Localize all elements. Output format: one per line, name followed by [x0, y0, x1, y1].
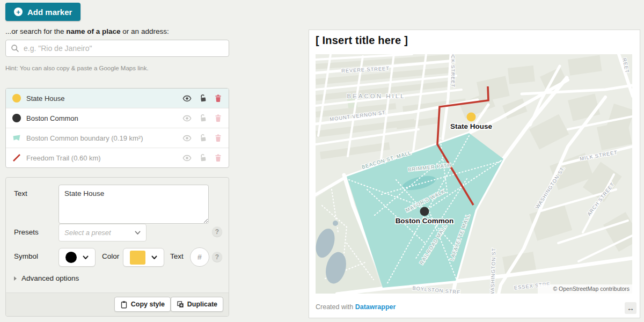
- resize-handle[interactable]: ↔: [625, 302, 636, 314]
- marker-text-input[interactable]: State House: [58, 185, 209, 224]
- marker-list-item[interactable]: Boston Common boundary (0.19 km²): [6, 128, 229, 148]
- symbol-label: Symbol: [14, 252, 38, 260]
- color-dropdown[interactable]: [123, 248, 164, 267]
- add-marker-button[interactable]: + Add marker: [5, 3, 80, 21]
- visibility-eye-icon[interactable]: [182, 153, 192, 163]
- street-label: BEACON HILL: [347, 93, 405, 99]
- marker-symbol-swatch: [12, 114, 21, 122]
- map-marker-label: Boston Common: [396, 217, 454, 225]
- area-marker-icon: [12, 134, 21, 142]
- map-canvas[interactable]: REVERE STREETBEACON HILLMOUNT VERNON ST.…: [316, 54, 632, 294]
- delete-trash-icon[interactable]: [214, 114, 222, 122]
- chevron-down-icon: [83, 255, 89, 260]
- search-intro-text: ...or search for the name of a place or …: [5, 27, 169, 35]
- marker-list-item[interactable]: Boston Common: [6, 108, 229, 128]
- marker-list-item-label: Freedom Trail (0.60 km): [26, 154, 101, 162]
- marker-list-item-label: Boston Common boundary (0.19 km²): [26, 134, 143, 142]
- search-input[interactable]: [23, 43, 229, 53]
- chevron-down-icon: [151, 255, 157, 260]
- marker-list-item-label: Boston Common: [26, 114, 78, 122]
- advanced-options-toggle[interactable]: Advanced options: [14, 274, 79, 282]
- copy-style-button[interactable]: Copy style: [114, 297, 171, 312]
- duplicate-button[interactable]: Duplicate: [171, 297, 223, 312]
- osm-attribution[interactable]: © OpenStreetMap contributors: [553, 286, 630, 292]
- map-marker-label: State House: [450, 122, 493, 130]
- marker-row-actions: [182, 114, 222, 123]
- text-symbol-label: Text: [170, 252, 184, 260]
- marker-list-item[interactable]: State House: [6, 89, 229, 108]
- datawrapper-link[interactable]: Datawrapper: [355, 303, 396, 311]
- line-marker-icon: [12, 153, 21, 162]
- delete-trash-icon[interactable]: [214, 134, 222, 142]
- marker-row-actions: [182, 94, 222, 103]
- street-label: OCK STREET: [450, 54, 456, 87]
- marker-row-actions: [182, 134, 222, 143]
- text-symbol-button[interactable]: #: [190, 247, 209, 267]
- marker-editor-panel: Text State House Presets Select a preset…: [5, 177, 229, 317]
- disclosure-triangle-icon: [14, 276, 17, 281]
- visibility-eye-icon[interactable]: [182, 114, 192, 123]
- lock-icon[interactable]: [199, 153, 207, 162]
- preset-select[interactable]: Select a preset: [58, 224, 147, 241]
- duplicate-icon: [177, 301, 184, 308]
- lock-icon[interactable]: [199, 94, 207, 103]
- color-label: Color: [102, 252, 119, 260]
- color-swatch: [130, 251, 145, 265]
- delete-trash-icon[interactable]: [214, 94, 222, 103]
- visibility-eye-icon[interactable]: [182, 94, 192, 103]
- lock-icon[interactable]: [199, 134, 207, 142]
- search-icon: [11, 44, 19, 53]
- symbol-dropdown[interactable]: [58, 248, 96, 267]
- presets-label: Presets: [14, 228, 39, 236]
- place-search[interactable]: [5, 40, 229, 57]
- visibility-eye-icon[interactable]: [182, 134, 192, 143]
- map-point-marker[interactable]: [467, 113, 476, 122]
- lock-icon[interactable]: [199, 114, 207, 122]
- marker-symbol-swatch: [12, 94, 21, 103]
- created-with-footer: Created with Datawrapper: [316, 303, 396, 311]
- marker-list: State HouseBoston CommonBoston Common bo…: [5, 88, 229, 168]
- add-marker-label: Add marker: [27, 8, 72, 17]
- clipboard-icon: [120, 301, 128, 309]
- marker-row-actions: [182, 153, 222, 163]
- map-point-marker[interactable]: [420, 207, 429, 216]
- chart-title[interactable]: [ Insert title here ]: [316, 34, 408, 47]
- marker-list-item[interactable]: Freedom Trail (0.60 km): [6, 148, 229, 167]
- editor-footer: Copy style Duplicate: [6, 292, 229, 316]
- preset-placeholder: Select a preset: [64, 229, 135, 237]
- symbol-help-button[interactable]: ?: [212, 252, 222, 262]
- plus-icon: +: [14, 8, 23, 16]
- marker-list-item-label: State House: [26, 94, 65, 103]
- map-preview-card: [ Insert title here ] REVERE STREETBEACO…: [309, 30, 640, 318]
- chevron-down-icon: [135, 231, 141, 235]
- presets-help-button[interactable]: ?: [212, 226, 222, 237]
- symbol-swatch: [65, 252, 77, 263]
- text-field-label: Text: [14, 189, 27, 197]
- delete-trash-icon[interactable]: [214, 153, 222, 162]
- search-hint: Hint: You can also copy & paste a Google…: [5, 65, 149, 71]
